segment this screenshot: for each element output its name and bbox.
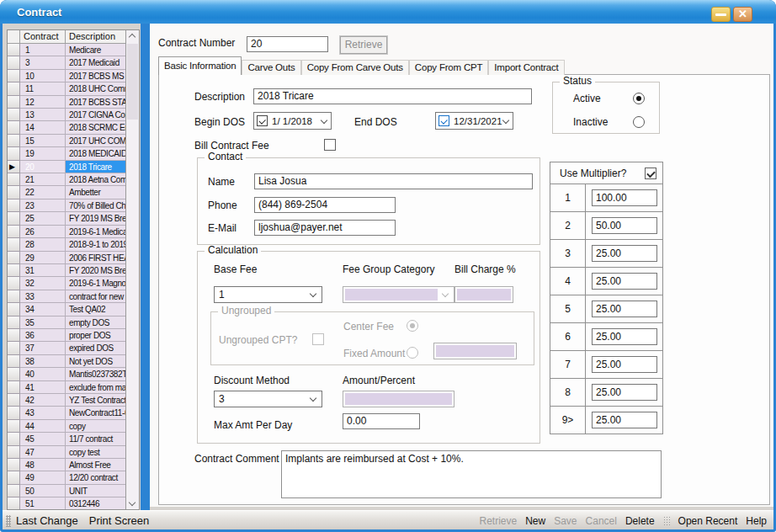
description-cell[interactable]: YZ Test Contract	[66, 394, 125, 407]
contract-cell[interactable]: 31	[20, 264, 66, 277]
row-header-cell[interactable]	[8, 277, 20, 290]
table-scrollbar[interactable]	[125, 30, 139, 509]
contract-cell[interactable]: 48	[20, 459, 66, 471]
table-row[interactable]: 50UNIT	[8, 485, 125, 497]
description-cell[interactable]: copy test	[66, 446, 125, 459]
row-header-cell[interactable]	[8, 420, 20, 433]
statusbar-retrieve[interactable]: Retrieve	[479, 515, 517, 527]
contract-cell[interactable]: 51	[20, 497, 66, 509]
table-row[interactable]: ▶202018 Tricare	[8, 161, 125, 173]
table-row[interactable]: 22Ambetter	[8, 186, 125, 199]
description-cell[interactable]: 2019-6-1 Magnolia	[66, 277, 125, 290]
description-cell[interactable]: 2018 UHC Comme	[66, 82, 125, 95]
contract-cell[interactable]: 34	[20, 303, 66, 316]
description-cell[interactable]: 2017 BCBS STAT	[66, 96, 125, 109]
statusbar-last-change[interactable]: Last Change	[16, 514, 78, 527]
description-input[interactable]: 2018 Tricare	[253, 88, 532, 104]
row-header-cell[interactable]	[8, 303, 20, 316]
statusbar-print-screen[interactable]: Print Screen	[89, 514, 150, 527]
multiplier-value-input[interactable]: 25.00	[592, 356, 657, 373]
tab-import-contract[interactable]: Import Contract	[488, 60, 564, 75]
description-cell[interactable]: Almost Free	[66, 459, 125, 471]
contract-cell[interactable]: 20	[20, 161, 66, 173]
end-dos-datepicker[interactable]: 12/31/2021	[435, 112, 513, 130]
table-row[interactable]: 35empty DOS	[8, 317, 125, 329]
description-cell[interactable]: 2006 FIRST HEAL	[66, 252, 125, 264]
description-cell[interactable]: Mantis0237382Te	[66, 368, 125, 380]
row-header-cell[interactable]	[8, 173, 20, 186]
tab-basic-information[interactable]: Basic Information	[158, 56, 242, 75]
description-cell[interactable]: contract for new d	[66, 290, 125, 303]
table-row[interactable]: 132017 CIGNA Comm	[8, 109, 125, 121]
chevron-down-icon[interactable]	[321, 117, 327, 124]
table-row[interactable]: 36proper DOS	[8, 329, 125, 342]
base-fee-select[interactable]: 1	[214, 286, 322, 303]
row-header-cell[interactable]	[8, 497, 20, 509]
contract-cell[interactable]: 26	[20, 226, 66, 238]
contract-cell[interactable]: 41	[20, 381, 66, 394]
contract-cell[interactable]: 25	[20, 212, 66, 225]
row-header-cell[interactable]	[8, 109, 20, 121]
row-header-cell[interactable]	[8, 82, 20, 95]
table-corner-cell[interactable]	[8, 30, 20, 44]
table-row[interactable]: 44copy	[8, 420, 125, 433]
table-row[interactable]: 192018 MEDICAID	[8, 147, 125, 160]
table-row[interactable]: 122017 BCBS STAT	[8, 96, 125, 109]
description-cell[interactable]: 2018 SCRMC Emp	[66, 121, 125, 134]
contract-cell[interactable]: 23	[20, 200, 66, 212]
statusbar-open-recent[interactable]: Open Recent	[678, 515, 738, 527]
row-header-cell[interactable]	[8, 329, 20, 342]
description-cell[interactable]: 2018 Tricare	[66, 161, 125, 173]
contact-name-input[interactable]: Lisa Josua	[254, 173, 533, 189]
table-row[interactable]: 25FY 2019 MS Breas	[8, 212, 125, 225]
row-header-cell[interactable]	[8, 407, 20, 419]
contract-cell[interactable]: 1	[20, 44, 66, 56]
description-cell[interactable]: 2018 Aetna Comm	[66, 173, 125, 186]
table-row[interactable]: 212018 Aetna Comm	[8, 173, 125, 186]
contract-cell[interactable]: 11	[20, 82, 66, 95]
tab-copy-from-cpt[interactable]: Copy From CPT	[409, 60, 488, 75]
table-row[interactable]: 38Not yet DOS	[8, 355, 125, 368]
row-header-cell[interactable]	[8, 433, 20, 445]
contact-phone-input[interactable]: (844) 869-2504	[254, 197, 396, 213]
row-header-cell[interactable]	[8, 485, 20, 497]
tab-carve-outs[interactable]: Carve Outs	[242, 60, 300, 75]
begin-dos-checkbox[interactable]	[257, 115, 268, 126]
description-cell[interactable]: 2017 UHC COMM	[66, 135, 125, 147]
row-header-cell[interactable]	[8, 212, 20, 225]
statusbar-cancel[interactable]: Cancel	[586, 515, 617, 527]
description-cell[interactable]: 12/20 contract	[66, 471, 125, 484]
row-header-cell[interactable]	[8, 56, 20, 69]
row-header-cell[interactable]: ▶	[8, 161, 20, 173]
retrieve-button[interactable]: Retrieve	[340, 36, 387, 54]
row-header-cell[interactable]	[8, 290, 20, 303]
table-row[interactable]: 102017 BCBS MS	[8, 70, 125, 82]
table-row[interactable]: 510312446	[8, 497, 125, 509]
contract-cell[interactable]: 44	[20, 420, 66, 433]
table-row[interactable]: 4912/20 contract	[8, 471, 125, 484]
contract-cell[interactable]: 15	[20, 135, 66, 147]
row-header-cell[interactable]	[8, 342, 20, 354]
contract-cell[interactable]: 10	[20, 70, 66, 82]
contract-cell[interactable]: 47	[20, 446, 66, 459]
table-row[interactable]: 322019-6-1 Magnolia	[8, 277, 125, 290]
row-header-cell[interactable]	[8, 135, 20, 147]
end-dos-checkbox[interactable]	[438, 115, 449, 126]
scroll-up-icon[interactable]	[129, 34, 136, 40]
row-header-cell[interactable]	[8, 44, 20, 56]
contract-cell[interactable]: 42	[20, 394, 66, 407]
multiplier-value-input[interactable]: 100.00	[592, 189, 657, 206]
contract-cell[interactable]: 32	[20, 277, 66, 290]
row-header-cell[interactable]	[8, 226, 20, 238]
table-row[interactable]: 2370% of Billed Chan	[8, 200, 125, 212]
description-cell[interactable]: Test QA02	[66, 303, 125, 316]
status-active-radio[interactable]	[633, 93, 645, 104]
table-row[interactable]: 48Almost Free	[8, 459, 125, 471]
contract-comment-textarea[interactable]: Implants are reimbursed at Cost + 10%.	[281, 450, 662, 498]
table-row[interactable]: 40Mantis0237382Te	[8, 368, 125, 380]
description-cell[interactable]: FY 2020 MS Breas	[66, 264, 125, 277]
statusbar-delete[interactable]: Delete	[625, 515, 655, 527]
bill-contract-fee-checkbox[interactable]	[324, 139, 336, 151]
column-header-description[interactable]: Description	[66, 30, 125, 44]
contract-cell[interactable]: 50	[20, 485, 66, 497]
